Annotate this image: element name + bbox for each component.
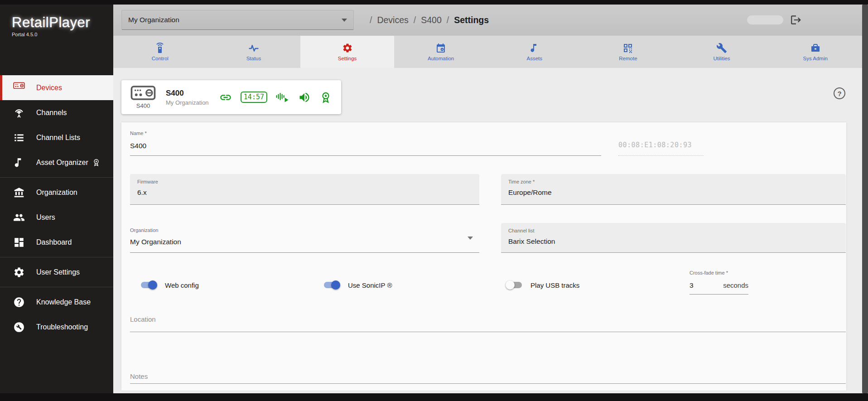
web-config-toggle-row: Web config [140, 280, 199, 290]
sidebar-item-label: Troubleshooting [36, 323, 88, 331]
sidebar: RetailPlayer Portal 4.5.0 Devices [0, 5, 113, 393]
sidebar-nav: Devices Channels Channel [0, 75, 113, 339]
brand-name: RetailPlayer [12, 14, 113, 31]
brand-version: Portal 4.5.0 [12, 32, 113, 37]
sonicip-label: Use SonicIP ® [348, 281, 392, 289]
sidebar-item-organization[interactable]: Organization [0, 180, 113, 205]
chevron-down-icon [468, 237, 473, 240]
tab-remote[interactable]: Remote [581, 36, 675, 68]
sidebar-item-label: Users [36, 213, 55, 222]
sidebar-item-label: Devices [36, 84, 62, 92]
tab-sys-admin[interactable]: Sys Admin [768, 36, 862, 68]
firmware-field: Firmware 6.x [130, 174, 479, 205]
remote-control-icon [154, 43, 165, 53]
timezone-value: Europe/Rome [508, 188, 839, 197]
notes-field[interactable]: Notes [130, 372, 846, 384]
user-name-pill[interactable] [747, 15, 783, 24]
top-window-strip [0, 0, 868, 5]
location-label: Location [130, 315, 846, 323]
sidebar-item-label: Knowledge Base [36, 298, 91, 306]
logout-icon[interactable] [790, 14, 802, 26]
sidebar-item-user-settings[interactable]: User Settings [0, 260, 113, 285]
organization-label: Organization [130, 227, 472, 233]
channel-list-field[interactable]: Channel list Barix Selection [501, 223, 846, 253]
settings-content: S400 S400 My Organization 14:57 [113, 68, 862, 393]
breadcrumb-separator: / [370, 15, 372, 25]
device-summary-card: S400 S400 My Organization 14:57 [121, 80, 341, 114]
speaker-icon [298, 91, 311, 104]
sonicip-toggle-row: Use SonicIP ® [323, 280, 392, 290]
sidebar-item-label: User Settings [36, 268, 80, 276]
location-field[interactable]: Location [130, 315, 846, 332]
sidebar-item-knowledge-base[interactable]: Knowledge Base [0, 290, 113, 314]
name-value: S400 [130, 142, 601, 150]
toggle-knob [506, 280, 515, 290]
organization-select[interactable]: My Organization [121, 10, 354, 30]
tab-assets[interactable]: Assets [488, 36, 582, 68]
award-badge-icon [319, 91, 332, 104]
tab-utilities[interactable]: Utilities [675, 36, 769, 68]
organization-select-value: My Organization [128, 16, 342, 24]
page-scrollbar[interactable] [862, 5, 868, 393]
tab-status[interactable]: Status [207, 36, 301, 68]
chevron-down-icon [342, 19, 347, 22]
crossfade-label: Cross-fade time * [690, 270, 748, 275]
device-info: S400 My Organization [166, 89, 219, 106]
sidebar-item-label: Dashboard [36, 238, 72, 246]
tab-label: Control [152, 56, 169, 61]
sidebar-item-asset-organizer[interactable]: Asset Organizer [0, 150, 113, 175]
usb-tracks-label: Play USB tracks [530, 281, 579, 289]
crossfade-value: 3 [690, 281, 694, 290]
organization-value: My Organization [130, 238, 472, 246]
sidebar-divider [0, 177, 113, 178]
organization-dropdown[interactable]: Organization My Organization [130, 223, 479, 253]
timezone-field[interactable]: Time zone * Europe/Rome [501, 174, 846, 205]
tab-label: Settings [338, 56, 357, 61]
sidebar-item-channels[interactable]: Channels [0, 100, 113, 125]
sidebar-item-users[interactable]: Users [0, 205, 113, 230]
sidebar-divider [0, 257, 113, 257]
breadcrumb-device-s400[interactable]: S400 [421, 15, 442, 25]
header-bar: My Organization / Devices / S400 / Setti… [113, 5, 862, 35]
device-organization: My Organization [166, 99, 219, 106]
device-clock-badge: 14:57 [241, 92, 267, 103]
mac-address-value: 00:08:E1:08:20:93 [618, 141, 692, 149]
pulse-icon [248, 43, 259, 53]
sonicip-toggle[interactable] [323, 280, 340, 290]
list-icon [13, 132, 25, 144]
player-icon [130, 85, 156, 101]
toggle-knob [331, 280, 340, 290]
web-config-toggle[interactable] [140, 280, 157, 290]
scrollbar-thumb[interactable] [862, 5, 868, 393]
sidebar-item-label: Organization [36, 188, 77, 197]
sidebar-item-label: Channels [36, 109, 67, 117]
usb-tracks-toggle-row: Play USB tracks [506, 280, 579, 290]
sidebar-item-dashboard[interactable]: Dashboard [0, 230, 113, 255]
firmware-value: 6.x [137, 188, 472, 197]
sidebar-item-troubleshooting[interactable]: Troubleshooting [0, 314, 113, 339]
waveform-play-icon [276, 92, 289, 103]
crossfade-suffix: seconds [723, 281, 748, 289]
qr-code-icon [622, 43, 633, 53]
help-icon[interactable]: ? [834, 87, 845, 99]
timezone-label: Time zone * [508, 179, 839, 184]
tab-automation[interactable]: Automation [394, 36, 488, 68]
name-field[interactable]: Name * S400 [130, 130, 601, 156]
device-settings-form: Name * S400 00:08:E1:08:20:93 Firmware 6… [121, 122, 846, 391]
tab-settings[interactable]: Settings [300, 36, 394, 68]
bank-icon [13, 187, 25, 198]
wrench-circle-icon [13, 321, 25, 333]
link-icon [219, 91, 232, 104]
device-tabbar: Control Status Settings Automation [113, 35, 862, 68]
mac-address-field: 00:08:E1:08:20:93 [618, 139, 704, 156]
usb-tracks-toggle[interactable] [506, 280, 523, 290]
sidebar-item-channel-lists[interactable]: Channel Lists [0, 125, 113, 150]
sidebar-divider [0, 287, 113, 287]
crossfade-field[interactable]: Cross-fade time * 3 seconds [690, 270, 748, 295]
tab-control[interactable]: Control [113, 36, 207, 68]
dashboard-icon [13, 237, 25, 248]
broadcast-icon [13, 107, 25, 119]
breadcrumb-devices[interactable]: Devices [377, 15, 408, 25]
sidebar-item-devices[interactable]: Devices [0, 75, 113, 100]
breadcrumb-separator: / [447, 15, 449, 25]
